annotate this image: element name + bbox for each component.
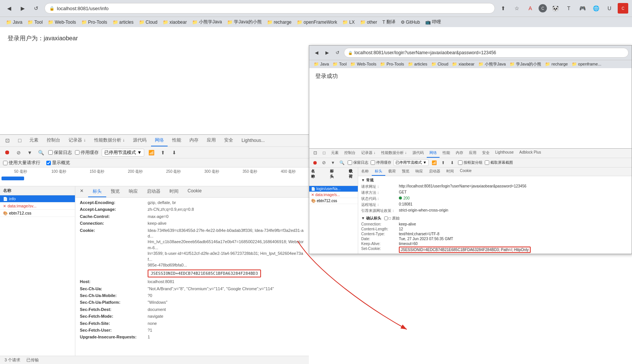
second-req-data-img[interactable]: ✕ data:image/s... (309, 192, 358, 198)
second-upload-btn[interactable]: ⬆ (440, 159, 447, 166)
detail-close[interactable]: ✕ (75, 186, 88, 197)
second-tab-lighthouse[interactable]: Lighthouse (493, 149, 516, 158)
ublock-icon[interactable]: U (604, 3, 615, 14)
download-button[interactable]: ⬇ (170, 148, 178, 157)
bookmark-web-tools[interactable]: 📁 Web-Tools (46, 19, 78, 26)
ext2-icon[interactable]: 🎮 (577, 3, 588, 14)
upload-button[interactable]: ⬆ (159, 148, 167, 157)
second-tab-app[interactable]: 应用 (466, 149, 479, 158)
throttle-select[interactable]: 已停用节流模式 ▼ (102, 149, 144, 157)
second-dt-icon2[interactable]: □ (320, 149, 328, 158)
second-record-btn[interactable]: ⏺ (311, 159, 318, 166)
second-detail-tab-response[interactable]: 响应 (412, 168, 426, 176)
second-disable-cache[interactable]: 停用缓存 (371, 160, 391, 165)
second-raw-checkbox[interactable]: □ 原始 (384, 216, 400, 221)
ext4-icon[interactable]: C (618, 3, 628, 14)
second-search-btn[interactable]: 🔍 (339, 159, 345, 166)
sb-xjava2[interactable]: 📁 学Java的小熊 (508, 61, 543, 67)
second-req-login[interactable]: 📄 login/userNa... (309, 186, 358, 192)
tab-application[interactable]: 应用 (203, 135, 220, 146)
tab-recorder[interactable]: 记录器 ↓ (65, 135, 89, 146)
second-detail-tab-preview[interactable]: 预览 (399, 168, 412, 176)
bookmark-xiaobear[interactable]: 📁 xiaobear (160, 19, 189, 26)
second-detail-tab-cookie[interactable]: Cookie (457, 168, 475, 176)
disable-cache-checkbox[interactable]: 停用缓存 (75, 149, 99, 156)
detail-tab-preview[interactable]: 预览 (106, 186, 124, 197)
second-dt-icon1[interactable]: ⊡ (311, 149, 320, 158)
detail-tab-response[interactable]: 响应 (124, 186, 142, 197)
forward-button[interactable]: ▶ (17, 3, 28, 14)
bookmark-xjava[interactable]: 📁 小熊学Java (190, 18, 224, 26)
preserve-log-checkbox[interactable]: 保留日志 (48, 149, 72, 156)
detail-tab-cookie[interactable]: Cookie (183, 186, 206, 197)
devtools-icon2[interactable]: □ (14, 135, 25, 146)
extensions-icon[interactable]: C (539, 4, 547, 12)
second-detail-tab-headers[interactable]: 标头 (372, 168, 385, 176)
second-throttle[interactable]: 已停用节流模式 ▼ (394, 159, 429, 166)
bookmark-xjava2[interactable]: 📁 学Java的小熊 (225, 18, 264, 26)
tab-perf-analysis[interactable]: 性能数据分析 ↓ (90, 135, 128, 146)
second-split-checkbox[interactable]: 按框架分组 (458, 160, 482, 165)
ext3-icon[interactable]: 🌐 (591, 3, 601, 14)
address-bar[interactable]: 🔒 localhost:8081/user/info (44, 3, 495, 14)
second-back-btn[interactable]: ◀ (312, 49, 321, 57)
sb-articles[interactable]: 📁 articles (406, 61, 429, 67)
tab-performance[interactable]: 性能 (168, 135, 185, 146)
sb-tool[interactable]: 📁 Tool (331, 61, 348, 67)
second-address-bar[interactable]: 🔒 localhost:8081/user/login?userName=jav… (344, 48, 629, 58)
back-button[interactable]: ◀ (4, 3, 14, 14)
adblock-icon[interactable]: A (525, 3, 536, 14)
request-row-data-image[interactable]: ✕ data:image/sv... (0, 203, 75, 210)
detail-tab-initiator[interactable]: 启动器 (142, 186, 165, 197)
second-tab-memory[interactable]: 内存 (453, 149, 466, 158)
sb-openfw[interactable]: 📁 openframe... (570, 61, 603, 67)
second-preserve-log[interactable]: 保留日志 (348, 160, 368, 165)
second-detail-tab-payload[interactable]: 载荷 (385, 168, 399, 176)
second-tab-security[interactable]: 安全 (479, 149, 492, 158)
bookmark-pro-tools[interactable]: 📁 Pro-Tools (79, 19, 110, 26)
second-tab-perf[interactable]: 性能数据分析 ↓ (379, 149, 409, 158)
second-detail-tab-initiator[interactable]: 启动器 (426, 168, 443, 176)
detail-tab-headers[interactable]: 标头 (88, 186, 106, 197)
sb-cloud[interactable]: 📁 Cloud (430, 61, 450, 67)
wifi-button[interactable]: 📶 (147, 148, 156, 157)
tab-memory[interactable]: 内存 (186, 135, 202, 146)
clear-button[interactable]: ⊘ (14, 148, 23, 157)
tab-console[interactable]: 控制台 (43, 135, 64, 146)
second-detail-tab-name[interactable]: 名称 (358, 168, 372, 176)
bookmark-bilibili[interactable]: 📺 哔哩 (423, 18, 443, 26)
panda-icon[interactable]: 🐼 (550, 3, 560, 14)
tab-network[interactable]: 网络 (151, 135, 168, 146)
sb-xjava[interactable]: 📁 小熊学Java (477, 61, 507, 67)
second-detail-tab-timing[interactable]: 时间 (443, 168, 457, 176)
tab-security[interactable]: 安全 (220, 135, 237, 146)
record-button[interactable]: ⏺ (3, 148, 11, 157)
bookmark-tool[interactable]: 📁 Tool (25, 19, 45, 26)
show-overview-checkbox[interactable]: 显示概览 (46, 160, 70, 166)
filter-button[interactable]: ▼ (26, 148, 34, 157)
bookmark-lx[interactable]: 📁 LX (340, 19, 357, 26)
second-overview-checkbox[interactable]: 截取屏幕截图 (485, 160, 513, 165)
second-filter-btn[interactable]: ▼ (330, 159, 336, 166)
bookmark-cloud[interactable]: 📁 Cloud (137, 19, 160, 26)
star-button[interactable]: ☆ (511, 3, 522, 14)
sb-java[interactable]: 📁 Java (312, 61, 330, 67)
large-requests-checkbox[interactable]: 使用大量请求行 (3, 160, 40, 166)
second-tab-network[interactable]: 网络 (427, 149, 440, 158)
sb-xiaobear[interactable]: 📁 xiaobear (450, 61, 476, 67)
tab-sources[interactable]: 源代码 (129, 135, 150, 146)
tab-elements[interactable]: 元素 (26, 135, 42, 146)
reload-button[interactable]: ↺ (31, 3, 41, 14)
second-tab-adblock[interactable]: Adblock Plus (517, 149, 544, 158)
second-tab-perf2[interactable]: 性能 (440, 149, 453, 158)
request-row-css[interactable]: 🎨 ebtn712.css (0, 210, 75, 217)
second-tab-elements[interactable]: 元素 (328, 149, 341, 158)
bookmark-recharge[interactable]: 📁 recharge (265, 19, 294, 26)
bookmark-translate[interactable]: T 翻译 (380, 18, 397, 26)
translate-icon[interactable]: T (563, 3, 574, 14)
detail-tab-timing[interactable]: 时间 (165, 186, 183, 197)
second-download-btn[interactable]: ⬇ (449, 159, 456, 166)
sb-web-tools[interactable]: 📁 Web-Tools (349, 61, 378, 67)
bookmark-other[interactable]: 📁 other (358, 19, 379, 26)
second-reload-btn[interactable]: ↺ (333, 49, 342, 57)
